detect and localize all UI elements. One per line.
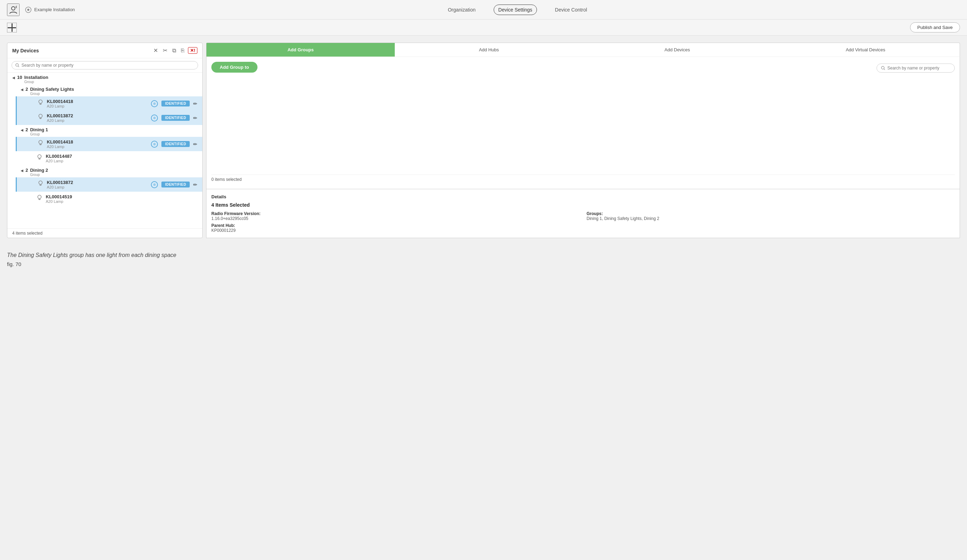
details-items-selected: 4 Items Selected [211, 202, 955, 208]
svg-rect-15 [39, 159, 41, 160]
device-type: A20 Lamp [47, 119, 147, 122]
svg-point-0 [12, 7, 15, 10]
status-count: 4 items selected [7, 228, 202, 238]
edit-icon[interactable]: ✏ [193, 142, 197, 147]
installation-type: Group [24, 80, 48, 84]
nav-left: Example Installation [7, 3, 75, 16]
left-search-input[interactable] [21, 63, 194, 68]
tab-add-groups[interactable]: Add Groups [206, 43, 395, 56]
tab-add-hubs[interactable]: Add Hubs [395, 43, 583, 56]
device-info: KL00014418 A20 Lamp [47, 139, 147, 149]
arrow-icon-3: ◀ [21, 128, 23, 132]
tab-add-virtual-devices[interactable]: Add Virtual Devices [771, 43, 960, 56]
dining-1-type: Group [30, 132, 48, 136]
parent-hub-field: Parent Hub: KP00001229 [211, 223, 579, 233]
device-row[interactable]: KL00014418 A20 Lamp ⊕ IDENTIFIED ✏ [16, 96, 202, 111]
identified-badge: IDENTIFIED [162, 181, 190, 188]
right-panel-empty [211, 76, 955, 171]
svg-rect-9 [40, 104, 41, 105]
device-row[interactable]: KL00013872 A20 Lamp ⊕ IDENTIFIED ✏ [16, 111, 202, 125]
details-panel: Details 4 Items Selected Radio Firmware … [206, 189, 960, 238]
delete-icon-btn[interactable]: ✕! [188, 47, 197, 54]
device-row[interactable]: KL00014418 A20 Lamp ⊕ IDENTIFIED ✏ [16, 137, 202, 151]
tab-organization[interactable]: Organization [444, 5, 480, 15]
dining-safety-lights-label: ◀ 2 Dining Safety Lights Group [16, 84, 202, 96]
dining-1-count: 2 [25, 127, 28, 132]
svg-rect-4 [12, 23, 13, 32]
edit-icon[interactable]: ✏ [193, 115, 197, 121]
svg-point-10 [39, 114, 42, 118]
logo-icon [7, 23, 17, 33]
svg-point-12 [39, 140, 42, 144]
right-search-bar[interactable] [876, 64, 955, 72]
user-icon-button[interactable] [7, 3, 20, 16]
target-icon: ⊕ [151, 141, 158, 148]
dining-1-group: ◀ 2 Dining 1 Group KL00014418 A20 Lamp [7, 125, 202, 165]
add-group-to-button[interactable]: Add Group to [211, 62, 257, 72]
svg-rect-13 [40, 145, 41, 145]
device-info: KL00014519 A20 Lamp [46, 194, 197, 204]
target-icon: ⊕ [151, 115, 158, 122]
right-panel-top-row: Add Group to [211, 62, 955, 72]
tab-add-devices[interactable]: Add Devices [583, 43, 771, 56]
device-info: KL00013872 A20 Lamp [47, 180, 147, 189]
dining-2-type: Group [30, 173, 48, 177]
svg-point-20 [881, 66, 884, 69]
dining-safety-type: Group [30, 92, 74, 96]
copy-icon-btn[interactable]: ⧉ [171, 47, 177, 54]
right-panel: Add Groups Add Hubs Add Devices Add Virt… [206, 43, 960, 238]
right-panel-body: Add Group to 0 items selected [206, 57, 960, 189]
device-row[interactable]: KL00014519 A20 Lamp [16, 192, 202, 206]
tab-device-settings[interactable]: Device Settings [493, 5, 536, 15]
dining-safety-name: Dining Safety Lights [30, 87, 74, 92]
device-id: KL00014418 [47, 139, 147, 145]
left-panel: My Devices ✕ ✂ ⧉ ⎘ ✕! ◀ 10 [7, 43, 203, 238]
arrow-icon: ◀ [12, 76, 15, 80]
radio-firmware-label: Radio Firmware Version: 1.16.0+ea3295cc0… [211, 211, 579, 221]
nav-center: Organization Device Settings Device Cont… [75, 5, 960, 15]
installation-group-label: ◀ 10 Installation Group [7, 72, 202, 84]
groups-field: Groups: Dining 1, Dining Safety Lights, … [587, 211, 955, 221]
items-selected-label: 0 items selected [211, 175, 955, 184]
cut-icon-btn[interactable]: ✂ [162, 46, 169, 54]
svg-rect-11 [40, 119, 41, 119]
device-id: KL00013872 [47, 113, 147, 119]
installation-name: Example Installation [34, 7, 75, 12]
right-tabs: Add Groups Add Hubs Add Devices Add Virt… [206, 43, 960, 57]
device-type: A20 Lamp [47, 104, 147, 108]
target-icon: ⊕ [151, 181, 158, 188]
bulb-icon [37, 194, 42, 203]
identified-badge: IDENTIFIED [162, 100, 190, 107]
left-panel-header: My Devices ✕ ✂ ⧉ ⎘ ✕! [7, 43, 202, 58]
dining-2-name: Dining 2 [30, 168, 48, 173]
right-search-icon [881, 66, 885, 70]
svg-point-14 [38, 155, 41, 158]
device-id: KL00014519 [46, 194, 197, 199]
toolbar-left [7, 23, 17, 33]
installation-button[interactable]: Example Installation [25, 7, 75, 13]
target-icon: ⊕ [151, 100, 158, 107]
close-icon-btn[interactable]: ✕ [152, 46, 159, 54]
fig-label: fig. 70 [0, 259, 967, 274]
tab-device-control[interactable]: Device Control [551, 5, 591, 15]
edit-icon[interactable]: ✏ [193, 101, 197, 107]
edit-icon[interactable]: ✏ [193, 182, 197, 188]
device-row[interactable]: KL00014487 A20 Lamp [16, 151, 202, 165]
details-grid: Radio Firmware Version: 1.16.0+ea3295cc0… [211, 211, 955, 233]
publish-save-button[interactable]: Publish and Save [910, 22, 960, 33]
device-row[interactable]: KL00013872 A20 Lamp ⊕ IDENTIFIED ✏ [16, 177, 202, 192]
paste-icon-btn[interactable]: ⎘ [180, 47, 186, 54]
bulb-icon [38, 140, 43, 148]
right-search-input[interactable] [887, 66, 950, 71]
left-search-input-wrap[interactable] [12, 61, 198, 69]
device-type: A20 Lamp [46, 199, 197, 204]
bulb-icon [38, 99, 43, 108]
left-search-bar [7, 58, 202, 72]
installation-count: 10 [17, 75, 22, 80]
installation-name-label: Installation [24, 75, 48, 80]
top-nav: Example Installation Organization Device… [0, 0, 967, 20]
device-tree: ◀ 10 Installation Group ◀ 2 Dining Safet… [7, 72, 202, 228]
dining-2-label: ◀ 2 Dining 2 Group [16, 165, 202, 177]
arrow-icon-2: ◀ [21, 87, 23, 91]
device-id: KL00013872 [47, 180, 147, 185]
